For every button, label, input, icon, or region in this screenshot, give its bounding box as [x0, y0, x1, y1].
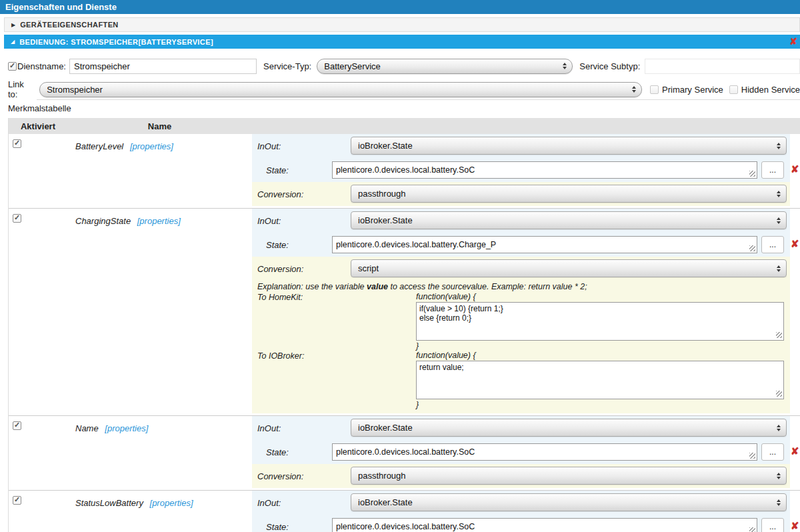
characteristic-name-cell: Name [properties]	[67, 416, 252, 490]
inout-select[interactable]: ioBroker.State	[351, 419, 787, 437]
characteristic-controls-cell: InOut: ioBroker.State State: plenticore.…	[252, 209, 790, 415]
service-subtyp-input[interactable]	[645, 59, 800, 74]
inout-select[interactable]: ioBroker.State	[351, 137, 787, 155]
properties-link[interactable]: [properties]	[130, 141, 173, 151]
characteristic-name-cell: BatteryLevel [properties]	[67, 134, 252, 208]
conversion-label: Conversion:	[257, 471, 303, 481]
conversion-select[interactable]: script	[351, 259, 787, 277]
service-typ-select[interactable]: BatteryService	[317, 59, 573, 74]
state-input[interactable]: plenticore.0.devices.local.battery.Charg…	[332, 236, 757, 253]
characteristic-remove-cell: ✘	[790, 491, 800, 532]
window-title: Eigenschaften und Dienste	[0, 0, 800, 14]
dienstname-checkbox[interactable]: ✓	[8, 62, 17, 71]
state-input[interactable]: plenticore.0.devices.local.battery.SoC	[332, 518, 757, 532]
check-icon: ✓	[14, 139, 20, 147]
characteristic-name-cell: StatusLowBattery [properties]	[67, 491, 252, 532]
link-to-value: Stromspeicher	[47, 85, 103, 95]
characteristic-remove-cell: ✘	[790, 209, 800, 415]
accordion-service-batteryservice[interactable]: ◢ BEDIENUNG: STROMSPEICHER[BATTERYSERVIC…	[4, 35, 800, 49]
state-input[interactable]: plenticore.0.devices.local.battery.SoC	[332, 443, 757, 461]
hidden-service-label: Hidden Service	[741, 85, 800, 95]
caret-expanded-icon: ◢	[11, 39, 15, 45]
to-homekit-label: To HomeKit:	[257, 292, 416, 351]
state-subrow: State: plenticore.0.devices.local.batter…	[252, 158, 790, 182]
check-icon: ✓	[9, 61, 15, 70]
inout-value: ioBroker.State	[358, 141, 413, 151]
conversion-select[interactable]: passthrough	[351, 467, 787, 485]
resize-grip-icon[interactable]	[776, 391, 782, 397]
properties-link[interactable]: [properties]	[150, 498, 193, 508]
to-iobroker-block: To IOBroker: function(value) { }	[257, 351, 790, 409]
characteristic-controls-cell: InOut: ioBroker.State State: plenticore.…	[252, 134, 790, 208]
resize-grip-icon[interactable]	[776, 332, 782, 338]
check-icon: ✓	[14, 495, 20, 504]
link-to-select[interactable]: Stromspeicher	[39, 82, 642, 97]
dienstname-input[interactable]: Stromspeicher	[69, 59, 257, 74]
state-picker-button[interactable]: ...	[761, 236, 784, 253]
resize-grip-icon[interactable]	[749, 527, 755, 532]
window-title-label: Eigenschaften und Dienste	[5, 2, 117, 12]
properties-link[interactable]: [properties]	[137, 216, 181, 226]
function-close: }	[416, 400, 790, 409]
remove-characteristic-icon[interactable]: ✘	[791, 238, 799, 250]
dienstname-label: Dienstname:	[17, 61, 66, 71]
select-arrows-icon	[777, 217, 781, 224]
characteristic-name: Name	[75, 423, 99, 433]
characteristic-name: BatteryLevel	[75, 141, 123, 151]
inout-value: ioBroker.State	[358, 497, 413, 507]
remove-characteristic-icon[interactable]: ✘	[791, 520, 799, 532]
resize-grip-icon[interactable]	[749, 171, 755, 177]
inout-subrow: InOut: ioBroker.State	[252, 209, 790, 233]
header-name: Name	[67, 121, 252, 131]
accordion-service-label: BEDIENUNG: STROMSPEICHER[BATTERYSERVICE]	[19, 38, 213, 46]
accordion-device-properties[interactable]: ▶ GERÄTEEIGENSCHAFTEN	[4, 17, 800, 32]
characteristic-enabled-checkbox[interactable]: ✓	[13, 214, 21, 223]
hidden-service-checkbox[interactable]: ✓	[729, 85, 738, 94]
conversion-subrow: Conversion: script	[252, 257, 790, 281]
resize-grip-icon[interactable]	[749, 245, 755, 251]
state-value: plenticore.0.devices.local.battery.Charg…	[336, 240, 496, 249]
check-icon: ✓	[14, 421, 20, 429]
remove-characteristic-icon[interactable]: ✘	[791, 445, 799, 457]
characteristic-enabled-cell: ✓	[9, 416, 67, 490]
header-aktiviert: Aktiviert	[9, 121, 67, 131]
to-homekit-block: To HomeKit: function(value) { }	[257, 292, 790, 351]
characteristic-row: ✓ Name [properties] InOut: ioBroker.Stat…	[9, 416, 800, 491]
inout-select[interactable]: ioBroker.State	[351, 493, 787, 511]
primary-service-checkbox[interactable]: ✓	[650, 85, 659, 94]
characteristic-enabled-cell: ✓	[9, 491, 67, 532]
characteristic-row: ✓ StatusLowBattery [properties] InOut: i…	[9, 491, 800, 532]
conversion-select[interactable]: passthrough	[351, 185, 787, 203]
inout-label: InOut:	[257, 423, 281, 433]
state-picker-button[interactable]: ...	[761, 518, 784, 532]
table-header-row: Aktiviert Name	[9, 118, 800, 134]
to-iobroker-code-textarea[interactable]	[416, 361, 784, 399]
state-input[interactable]: plenticore.0.devices.local.battery.SoC	[332, 161, 757, 179]
to-homekit-code-textarea[interactable]	[416, 302, 784, 341]
primary-service-label: Primary Service	[662, 85, 723, 95]
state-picker-button[interactable]: ...	[761, 161, 784, 179]
characteristic-row: ✓ BatteryLevel [properties] InOut: ioBro…	[9, 134, 800, 209]
characteristic-enabled-checkbox[interactable]: ✓	[13, 421, 21, 430]
inout-subrow: InOut: ioBroker.State	[252, 416, 790, 440]
state-picker-button[interactable]: ...	[761, 443, 784, 461]
state-label: State:	[266, 240, 289, 250]
characteristic-remove-cell: ✘	[790, 134, 800, 208]
conversion-value: passthrough	[358, 471, 406, 481]
inout-value: ioBroker.State	[358, 215, 413, 225]
check-icon: ✓	[14, 213, 20, 222]
function-close: }	[416, 341, 790, 351]
resize-grip-icon[interactable]	[749, 453, 755, 459]
characteristic-enabled-checkbox[interactable]: ✓	[13, 139, 21, 148]
properties-link[interactable]: [properties]	[105, 423, 148, 433]
characteristic-enabled-checkbox[interactable]: ✓	[13, 496, 21, 505]
inout-select[interactable]: ioBroker.State	[351, 211, 787, 229]
conversion-label: Conversion:	[257, 264, 303, 274]
remove-service-icon[interactable]: ✘	[789, 36, 797, 47]
function-open: function(value) {	[416, 351, 790, 360]
select-arrows-icon	[777, 425, 781, 431]
remove-characteristic-icon[interactable]: ✘	[791, 163, 799, 175]
conversion-subrow: Conversion: passthrough	[252, 182, 790, 206]
inout-label: InOut:	[257, 498, 281, 508]
characteristic-name: ChargingState	[75, 216, 131, 226]
